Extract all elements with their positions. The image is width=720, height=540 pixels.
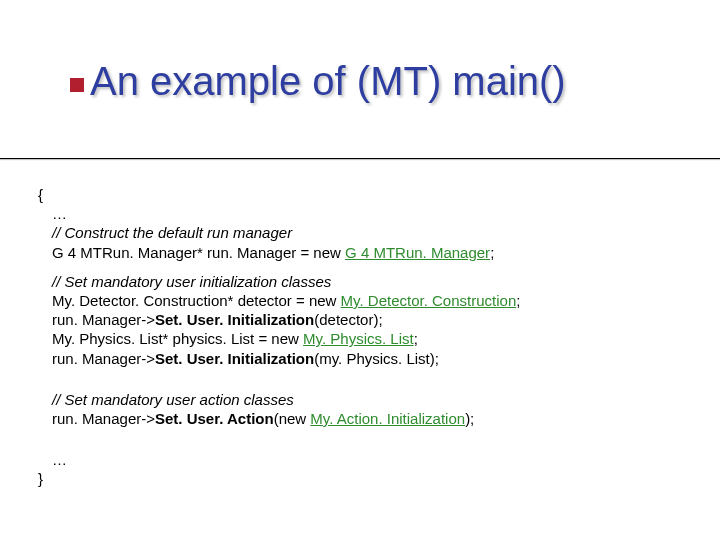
code-line: run. Manager->Set. User. Initialization(… — [52, 349, 690, 368]
code-text: ; — [490, 244, 494, 261]
slide: An example of (MT) main() { … // Constru… — [0, 0, 720, 540]
code-line: run. Manager->Set. User. Action(new My. … — [52, 409, 690, 428]
code-line: { — [38, 185, 690, 204]
comment-line: // Set mandatory user initialization cla… — [52, 272, 690, 291]
comment-line: // Set mandatory user action classes — [52, 390, 690, 409]
code-text: run. Manager-> — [52, 350, 155, 367]
slide-title: An example of (MT) main() — [90, 60, 566, 102]
code-text: My. Physics. List* physics. List = new — [52, 330, 303, 347]
comment-line: // Construct the default run manager — [52, 223, 690, 242]
code-line: My. Detector. Construction* detector = n… — [52, 291, 690, 310]
code-text: My. Detector. Construction* detector = n… — [52, 292, 341, 309]
type-name: My. Action. Initialization — [310, 410, 465, 427]
code-line: … — [52, 204, 690, 223]
bullet-square-icon — [70, 78, 84, 92]
code-text: (detector); — [314, 311, 382, 328]
code-text: (my. Physics. List); — [314, 350, 439, 367]
title-row: An example of (MT) main() — [70, 60, 690, 102]
code-text: ; — [516, 292, 520, 309]
code-text: ; — [414, 330, 418, 347]
code-text: G 4 MTRun. Manager* run. Manager = new — [52, 244, 345, 261]
method-name: Set. User. Initialization — [155, 311, 314, 328]
code-body: { … // Construct the default run manager… — [38, 185, 690, 488]
code-line: My. Physics. List* physics. List = new M… — [52, 329, 690, 348]
code-text: run. Manager-> — [52, 410, 155, 427]
code-text: ); — [465, 410, 474, 427]
code-text: run. Manager-> — [52, 311, 155, 328]
type-name: My. Physics. List — [303, 330, 414, 347]
method-name: Set. User. Action — [155, 410, 274, 427]
code-line: run. Manager->Set. User. Initialization(… — [52, 310, 690, 329]
code-line: G 4 MTRun. Manager* run. Manager = new G… — [52, 243, 690, 262]
type-name: My. Detector. Construction — [341, 292, 517, 309]
code-line: } — [38, 469, 690, 488]
horizontal-rule — [0, 158, 720, 159]
type-name: G 4 MTRun. Manager — [345, 244, 490, 261]
method-name: Set. User. Initialization — [155, 350, 314, 367]
code-text: (new — [274, 410, 311, 427]
code-line: … — [52, 450, 690, 469]
